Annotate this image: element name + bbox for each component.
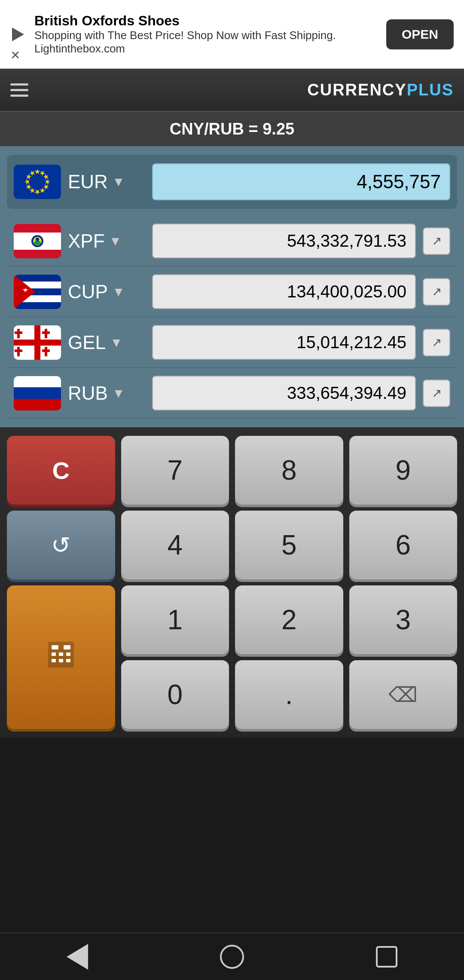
nav-recents-button[interactable] — [369, 940, 404, 974]
currency-section: EUR ▼ 4,555,757 XPF ▼ 543,332,791.53 ↗ — [0, 146, 464, 427]
svg-rect-44 — [59, 659, 63, 662]
keyboard: C 7 8 9 ↺ 4 5 6 1 2 3 0 . ⌫ — [0, 427, 464, 738]
eur-selector[interactable]: EUR ▼ — [68, 171, 145, 193]
cup-chart-button[interactable]: ↗ — [423, 278, 450, 306]
nav-recents-icon — [376, 946, 397, 968]
svg-marker-0 — [12, 28, 24, 41]
rub-selector[interactable]: RUB ▼ — [68, 383, 145, 404]
gel-chart-button[interactable]: ↗ — [423, 329, 450, 356]
svg-rect-41 — [59, 652, 63, 656]
refresh-icon: ↺ — [51, 532, 70, 559]
key-0[interactable]: 0 — [121, 660, 229, 729]
gel-flag — [14, 325, 61, 360]
xpf-dropdown-arrow[interactable]: ▼ — [109, 234, 122, 248]
eur-code: EUR — [68, 171, 108, 193]
xpf-chart-icon: ↗ — [432, 234, 442, 248]
key-4[interactable]: 4 — [121, 511, 229, 579]
cup-selector[interactable]: CUP ▼ — [68, 281, 145, 303]
cup-chart-icon: ↗ — [432, 285, 442, 299]
xpf-selector[interactable]: XPF ▼ — [68, 230, 145, 252]
nav-home-button[interactable] — [215, 940, 249, 974]
svg-rect-42 — [66, 652, 70, 656]
gel-chart-icon: ↗ — [432, 335, 442, 349]
svg-rect-45 — [66, 659, 70, 662]
cup-code: CUP — [68, 281, 108, 303]
rub-chart-button[interactable]: ↗ — [423, 380, 450, 407]
rate-bar: CNY/RUB = 9.25 — [0, 112, 464, 146]
eur-amount-input[interactable]: 4,555,757 — [152, 163, 450, 200]
eur-flag — [14, 165, 61, 199]
svg-rect-38 — [52, 645, 58, 649]
ad-open-button[interactable]: OPEN — [386, 19, 454, 49]
calculator-button[interactable] — [7, 585, 115, 729]
svg-point-19 — [36, 238, 39, 241]
key-3[interactable]: 3 — [349, 585, 458, 654]
key-9[interactable]: 9 — [349, 436, 458, 505]
key-2[interactable]: 2 — [235, 585, 343, 654]
ad-title: British Oxfords Shoes — [34, 13, 386, 29]
clear-button[interactable]: C — [7, 436, 115, 505]
xpf-code: XPF — [68, 230, 105, 252]
nav-home-icon — [220, 945, 244, 969]
gel-selector[interactable]: GEL ▼ — [68, 332, 145, 353]
menu-icon[interactable] — [10, 83, 28, 97]
rub-code: RUB — [68, 383, 108, 404]
calc-icon — [48, 642, 74, 673]
svg-rect-32 — [42, 331, 50, 334]
nav-back-icon — [67, 944, 88, 970]
rub-flag — [14, 376, 61, 410]
primary-currency-row: EUR ▼ 4,555,757 — [7, 155, 457, 209]
rub-chart-icon: ↗ — [432, 386, 442, 400]
ad-play-icon — [10, 27, 26, 42]
app-header: CURRENCYPLUS — [0, 69, 464, 112]
key-5[interactable]: 5 — [235, 511, 343, 579]
ad-content: British Oxfords Shoes Shopping with The … — [34, 13, 386, 55]
key-dot[interactable]: . — [235, 660, 343, 729]
cup-dropdown-arrow[interactable]: ▼ — [112, 285, 125, 299]
rub-row: RUB ▼ 333,654,394.49 ↗ — [7, 368, 457, 419]
ad-description: Shopping with The Best Price! Shop Now w… — [34, 29, 386, 55]
ad-close-icon[interactable]: ✕ — [10, 48, 20, 62]
key-8[interactable]: 8 — [235, 436, 343, 505]
gel-code: GEL — [68, 332, 106, 353]
svg-rect-40 — [52, 652, 56, 656]
nav-back-button[interactable] — [60, 940, 95, 974]
rate-text: CNY/RUB = 9.25 — [170, 120, 294, 138]
gel-row: GEL ▼ 15,014,212.45 ↗ — [7, 317, 457, 368]
rub-amount[interactable]: 333,654,394.49 — [152, 376, 416, 410]
rub-dropdown-arrow[interactable]: ▼ — [112, 386, 125, 401]
app-logo: CURRENCYPLUS — [307, 81, 454, 99]
key-6[interactable]: 6 — [349, 511, 458, 579]
key-1[interactable]: 1 — [121, 585, 229, 654]
svg-rect-34 — [15, 349, 22, 352]
xpf-flag — [14, 224, 61, 258]
svg-rect-30 — [15, 331, 22, 334]
backspace-icon: ⌫ — [388, 683, 418, 707]
ad-banner: British Oxfords Shoes Shopping with The … — [0, 0, 464, 69]
nav-bar — [0, 933, 464, 980]
backspace-button[interactable]: ⌫ — [349, 660, 458, 729]
cup-amount[interactable]: 134,400,025.00 — [152, 274, 416, 309]
gel-amount[interactable]: 15,014,212.45 — [152, 325, 416, 360]
svg-rect-43 — [52, 659, 56, 662]
xpf-amount[interactable]: 543,332,791.53 — [152, 224, 416, 258]
svg-rect-36 — [42, 349, 50, 352]
gel-dropdown-arrow[interactable]: ▼ — [110, 335, 123, 350]
cup-flag — [14, 275, 61, 309]
eur-dropdown-arrow[interactable]: ▼ — [112, 175, 125, 189]
refresh-button[interactable]: ↺ — [7, 511, 115, 579]
cup-row: CUP ▼ 134,400,025.00 ↗ — [7, 266, 457, 317]
xpf-row: XPF ▼ 543,332,791.53 ↗ — [7, 216, 457, 266]
xpf-chart-button[interactable]: ↗ — [423, 227, 450, 255]
key-7[interactable]: 7 — [121, 436, 229, 505]
svg-rect-28 — [14, 340, 61, 346]
svg-rect-39 — [64, 645, 70, 649]
svg-point-18 — [34, 241, 41, 245]
